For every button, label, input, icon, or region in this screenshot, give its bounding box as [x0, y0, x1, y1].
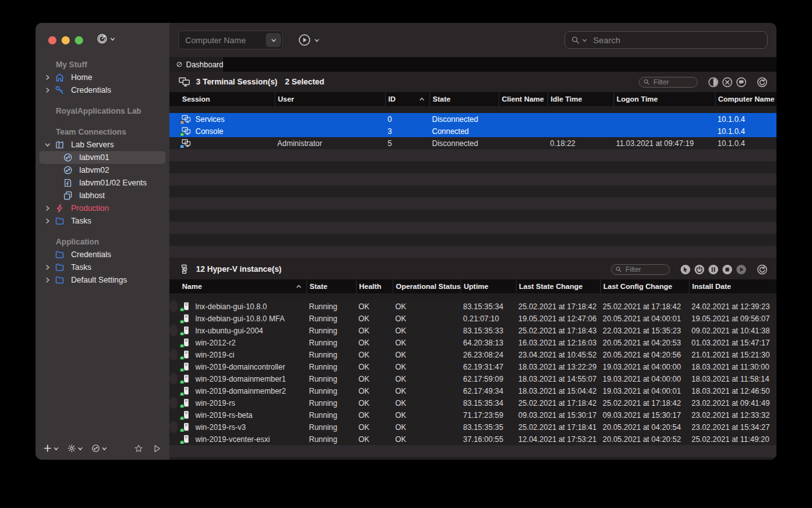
column-header-uptime[interactable]: Uptime — [461, 279, 516, 293]
search-field[interactable] — [565, 31, 768, 49]
sidebar-item-labvm01-02-events[interactable]: labvm01/02 Events — [39, 177, 166, 189]
terminal-session-row[interactable]: Console3Connected10.1.0.4 — [169, 125, 776, 137]
terminal-session-row[interactable]: Services0Disconnected10.1.0.4 — [169, 113, 776, 125]
sidebar-item-label: Default Settings — [71, 274, 127, 286]
search-input[interactable] — [592, 35, 761, 46]
column-header-label: Idle Time — [551, 95, 582, 103]
cell-state: Running — [306, 326, 356, 335]
hyperv-vm-row[interactable]: win-2019-rsRunningOKOK83.15:35:3425.02.2… — [169, 397, 178, 409]
hyperv-vm-row[interactable]: lnx-debian-gui-10.8.0RunningOKOK83.15:35… — [169, 300, 178, 312]
hyperv-vm-row[interactable]: win-2019-vcenter-esxiRunningOKOK37.16:00… — [169, 433, 776, 445]
sidebar-item-credentials[interactable]: Credentials — [39, 84, 166, 97]
sidebar-item-home[interactable]: Home — [39, 71, 166, 84]
main-area: Dashboard 3 Terminal Session(s) 2 Select… — [169, 23, 776, 460]
cell-health: OK — [356, 351, 393, 359]
play-circle-icon — [298, 34, 311, 46]
chevron-right-icon — [44, 87, 51, 93]
pause-icon[interactable] — [708, 264, 719, 275]
connect-split-button[interactable] — [298, 34, 320, 46]
play-icon[interactable] — [736, 264, 747, 275]
column-header-last-config-change[interactable]: Last Config Change — [600, 279, 689, 293]
hyperv-vm-row[interactable]: win-2012-r2RunningOKOK64.20:38:1316.03.2… — [169, 337, 776, 349]
computer-name-input[interactable] — [179, 36, 265, 45]
minimize-window-button[interactable] — [62, 36, 70, 44]
column-header-state[interactable]: State — [306, 279, 356, 293]
refresh-icon[interactable] — [757, 77, 768, 88]
terminal-filter-input[interactable] — [652, 77, 693, 86]
hyperv-vm-row[interactable]: win-2019-domainmember1RunningOKOK62.17:5… — [169, 373, 178, 385]
sidebar-item-label: labhost — [79, 189, 105, 202]
send-message-icon[interactable] — [736, 77, 747, 88]
column-header-health[interactable]: Health — [356, 279, 393, 293]
hyperv-vm-row[interactable]: win-2019-domainmember2RunningOKOK62.17:4… — [169, 385, 776, 397]
sidebar-item-label: Lab Servers — [71, 138, 114, 151]
computer-name-dropdown-button[interactable] — [266, 33, 281, 47]
column-header-idle-time[interactable]: Idle Time — [547, 92, 613, 106]
chevron-right-icon — [44, 264, 51, 271]
stop-icon[interactable] — [722, 264, 733, 275]
column-header-logon-time[interactable]: Logon Time — [613, 92, 715, 106]
sidebar-item-tasks[interactable]: Tasks — [39, 215, 166, 227]
disconnect-x-icon[interactable] — [722, 77, 733, 88]
sidebar-item-production[interactable]: Production — [39, 202, 166, 215]
green-play-badge — [180, 356, 185, 359]
refresh-icon[interactable] — [757, 264, 768, 275]
column-header-label: Operational Status — [396, 283, 461, 290]
cell-last-state-change: 18.03.2021 at 15:04:42 — [516, 387, 600, 396]
hyperv-vm-row[interactable]: win-2019-ciRunningOKOK26.23:08:2423.04.2… — [169, 349, 178, 361]
gear-icon — [67, 444, 76, 453]
sidebar-item-default-settings[interactable]: Default Settings — [39, 274, 166, 286]
sidebar-item-label: Tasks — [71, 261, 91, 274]
play-outline-button[interactable] — [152, 444, 162, 453]
column-header-operational-status[interactable]: Operational Status — [393, 279, 461, 293]
sidebar-item-labhost[interactable]: labhost — [39, 189, 166, 202]
power-icon[interactable] — [694, 264, 705, 275]
hyperv-vm-row[interactable]: lnx-debian-gui-10.8.0 MFARunningOKOK0.21… — [169, 312, 776, 324]
cell-state: Running — [306, 423, 356, 432]
logoff-icon[interactable] — [708, 77, 719, 88]
gear-button[interactable] — [67, 444, 83, 453]
sidebar-item-credentials[interactable]: Credentials — [39, 248, 166, 261]
terminal-session-row[interactable]: Administrator5Disconnected0.18:2211.03.2… — [169, 137, 776, 149]
hyperv-vm-row[interactable]: lnx-ubuntu-gui-2004RunningOKOK83.15:35:3… — [169, 324, 178, 337]
star-button[interactable] — [134, 444, 143, 453]
connect-cursor-icon[interactable] — [680, 264, 691, 275]
row-label: Console — [195, 127, 223, 136]
computer-name-combobox[interactable] — [178, 30, 283, 50]
column-header-install-date[interactable]: Install Date — [689, 279, 776, 293]
sidebar-item-labvm01[interactable]: labvm01 — [39, 151, 166, 164]
column-header-name[interactable]: Name — [169, 279, 306, 293]
hyperv-vm-row[interactable]: win-2019-domaincontrollerRunningOKOK62.1… — [169, 361, 776, 373]
column-header-last-state-change[interactable]: Last State Change — [516, 279, 600, 293]
sidebar-item-tasks[interactable]: Tasks — [39, 261, 166, 274]
connect-button[interactable] — [91, 444, 107, 453]
hyperv-actions — [680, 264, 768, 275]
column-header-state[interactable]: State — [429, 92, 499, 106]
sidebar-item-lab-servers[interactable]: Lab Servers — [39, 138, 166, 151]
column-header-id[interactable]: ID — [385, 92, 429, 106]
add-button[interactable] — [43, 444, 59, 453]
terminal-panel-title: 3 Terminal Session(s) — [196, 77, 277, 86]
green-play-badge — [180, 368, 185, 371]
terminal-selection-count: 2 Selected — [285, 77, 324, 86]
sidebar-item-labvm02[interactable]: labvm02 — [39, 164, 166, 177]
cell-id: 3 — [385, 127, 429, 136]
tab-dashboard[interactable]: Dashboard — [169, 57, 224, 72]
hyperv-filter-field[interactable] — [611, 264, 670, 275]
column-header-client-name[interactable]: Client Name — [499, 92, 547, 106]
terminal-filter-field[interactable] — [639, 77, 698, 88]
hyperv-vm-row[interactable]: win-2019-rs-v3RunningOKOK83.15:35:3525.0… — [169, 421, 178, 433]
cell-operational-status: OK — [393, 399, 461, 408]
hyperv-column-headers: NameStateHealthOperational StatusUptimeL… — [169, 279, 776, 293]
column-header-session[interactable]: Session — [169, 92, 275, 106]
close-window-button[interactable] — [48, 36, 56, 44]
hyperv-filter-input[interactable] — [624, 265, 665, 274]
cell-last-config-change: 19.03.2021 at 04:00:00 — [600, 363, 689, 371]
column-header-user[interactable]: User — [275, 92, 385, 106]
column-header-computer-name[interactable]: Computer Name — [715, 92, 776, 106]
cell-last-config-change: 20.05.2021 at 04:20:52 — [600, 435, 689, 444]
hyperv-vm-row[interactable]: win-2019-rs-betaRunningOKOK71.17:23:5909… — [169, 409, 776, 421]
app-menu-button[interactable] — [96, 33, 115, 44]
zoom-window-button[interactable] — [75, 36, 83, 44]
cell-id: 0 — [385, 115, 429, 124]
